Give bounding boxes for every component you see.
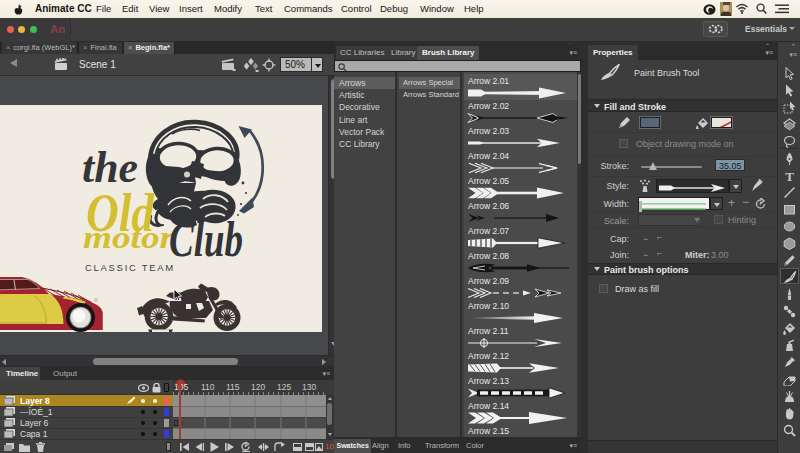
svg-text:T: T bbox=[785, 169, 794, 182]
svg-text:motor: motor bbox=[83, 220, 175, 255]
svg-text:CLASSIC TEAM: CLASSIC TEAM bbox=[85, 262, 175, 273]
svg-text:Club: Club bbox=[169, 211, 243, 267]
